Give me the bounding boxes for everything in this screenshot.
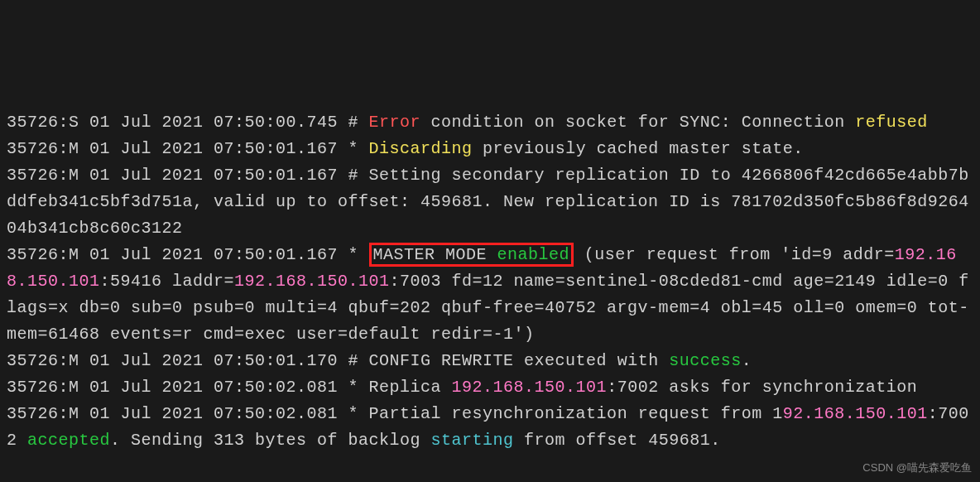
log-prefix: 35726:M 01 Jul 2021 07:50:01.167 *: [7, 139, 369, 158]
log-segment: condition on socket for SYNC: Connection: [420, 113, 855, 132]
log-prefix: 35726:M 01 Jul 2021 07:50:01.170 #: [7, 351, 369, 370]
log-prefix: 35726:M 01 Jul 2021 07:50:01.167 *: [7, 245, 369, 264]
log-line: 35726:M 01 Jul 2021 07:50:01.170 # CONFI…: [7, 348, 973, 374]
log-segment: CONFIG REWRITE executed with: [369, 351, 670, 370]
log-segment: :59416 laddr=: [100, 272, 235, 291]
log-line: 35726:M 01 Jul 2021 07:50:02.081 * Parti…: [7, 401, 973, 454]
log-prefix: 35726:M 01 Jul 2021 07:50:01.167 #: [7, 166, 369, 185]
log-segment: Replica: [369, 378, 452, 397]
terminal-output: 35726:S 01 Jul 2021 07:50:00.745 # Error…: [7, 109, 973, 482]
log-segment: Partial resynchronization request from 1: [369, 404, 783, 423]
log-segment: (user request from 'id=9 addr=: [574, 245, 895, 264]
log-segment: 192.168.150.101: [234, 272, 390, 291]
log-segment: MASTER MODE: [373, 245, 497, 264]
log-prefix: 35726:M 01 Jul 2021 07:50:02.081 *: [7, 404, 369, 423]
log-line: 35726:M 01 Jul 2021 07:50:02.081 * Repli…: [7, 374, 973, 401]
log-segment: enabled: [497, 245, 570, 264]
highlight-box: MASTER MODE enabled: [369, 243, 574, 267]
log-segment: from offset 459681.: [514, 431, 721, 450]
log-segment: Error: [369, 113, 421, 132]
log-segment: accepted: [27, 431, 110, 450]
log-segment: starting: [431, 431, 514, 450]
watermark: CSDN @喵先森爱吃鱼: [862, 460, 972, 477]
log-line: 35726:S 01 Jul 2021 07:50:00.745 # Error…: [7, 109, 973, 136]
log-segment: previously cached master state.: [473, 139, 804, 158]
log-prefix: 35726:M 01 Jul 2021 07:50:02.081 *: [7, 378, 369, 397]
log-segment: success: [669, 351, 742, 370]
log-segment: :7002 asks for synchronization: [607, 378, 917, 397]
log-line: 35726:M 01 Jul 2021 07:50:01.167 * MASTE…: [7, 242, 973, 348]
log-segment: . Sending 313 bytes of backlog: [110, 431, 431, 450]
log-prefix: 35726:S 01 Jul 2021 07:50:00.745 #: [7, 113, 369, 132]
log-line: 35726:M 01 Jul 2021 07:50:01.167 * Disca…: [7, 136, 973, 162]
log-segment: .: [742, 351, 752, 370]
log-segment: 192.168.150.101: [452, 378, 608, 397]
log-segment: 92.168.150.101: [783, 404, 928, 423]
log-line: 35726:M 01 Jul 2021 07:50:01.167 # Setti…: [7, 162, 973, 242]
log-segment: Discarding: [369, 139, 473, 158]
log-segment: refused: [855, 113, 928, 132]
